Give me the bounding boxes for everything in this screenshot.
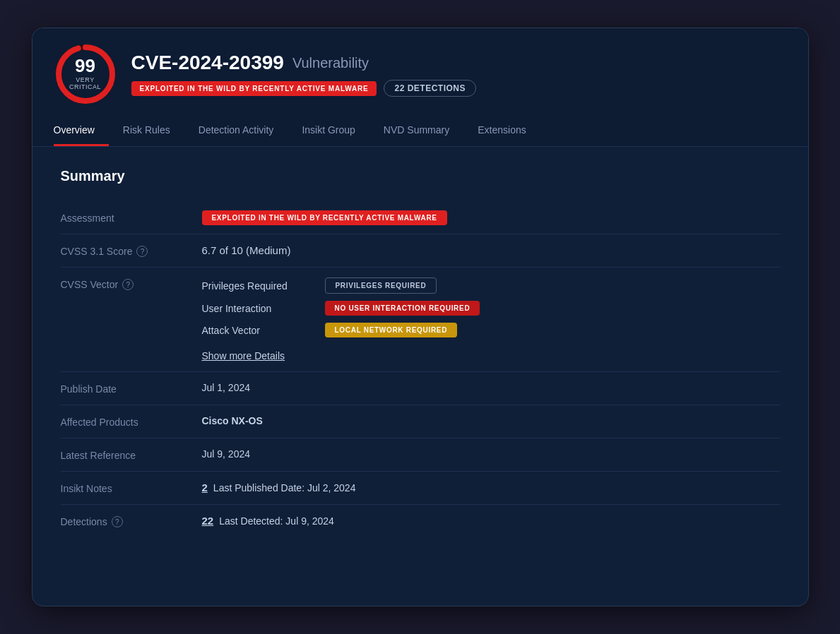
value-assessment: EXPLOITED IN THE WILD BY RECENTLY ACTIVE… — [202, 211, 780, 222]
affected-product-name: Cisco NX-OS — [202, 415, 263, 426]
vuln-label: Vulnerability — [292, 55, 369, 71]
show-more-details-link[interactable]: Show more Details — [202, 350, 780, 361]
nav-tabs: Overview Risk Rules Detection Activity I… — [54, 116, 787, 146]
badges-row: EXPLOITED IN THE WILD BY RECENTLY ACTIVE… — [131, 80, 787, 97]
cvss-label-user-interaction: User Interaction — [202, 303, 315, 314]
main-card: 99 VERY CRITICAL CVE-2024-20399 Vulnerab… — [32, 28, 809, 606]
badge-exploited: EXPLOITED IN THE WILD BY RECENTLY ACTIVE… — [131, 81, 377, 96]
cvss-score-help-icon[interactable]: ? — [136, 246, 148, 257]
detections-meta: Last Detected: Jul 9, 2024 — [219, 515, 334, 527]
label-detections: Detections ? — [61, 515, 188, 527]
value-insikt-notes: 2 Last Published Date: Jul 2, 2024 — [202, 482, 780, 494]
pill-no-user-interaction: NO USER INTERACTION REQUIRED — [325, 301, 480, 316]
tab-insikt-group[interactable]: Insikt Group — [288, 116, 369, 146]
detections-help-icon[interactable]: ? — [112, 516, 123, 527]
tab-overview[interactable]: Overview — [54, 116, 109, 146]
cvss-row-user-interaction: User Interaction NO USER INTERACTION REQ… — [202, 301, 780, 316]
label-assessment: Assessment — [61, 211, 188, 224]
value-affected-products: Cisco NX-OS — [202, 415, 780, 426]
score-ring: 99 VERY CRITICAL — [54, 42, 117, 106]
main-content: Summary Assessment EXPLOITED IN THE WILD… — [32, 147, 808, 558]
detections-value: 22 Last Detected: Jul 9, 2024 — [202, 515, 780, 527]
badge-detections: 22 DETECTIONS — [384, 80, 476, 97]
cvss-label-privileges: Privileges Required — [202, 280, 315, 292]
header-top: 99 VERY CRITICAL CVE-2024-20399 Vulnerab… — [54, 42, 787, 106]
label-latest-reference: Latest Reference — [61, 448, 188, 461]
score-text: 99 VERY CRITICAL — [69, 56, 101, 90]
cve-title-row: CVE-2024-20399 Vulnerability — [131, 52, 787, 74]
label-publish-date: Publish Date — [61, 382, 188, 395]
score-label: VERY CRITICAL — [69, 76, 101, 90]
row-assessment: Assessment EXPLOITED IN THE WILD BY RECE… — [61, 201, 780, 234]
value-detections: 22 Last Detected: Jul 9, 2024 — [202, 515, 780, 527]
header: 99 VERY CRITICAL CVE-2024-20399 Vulnerab… — [32, 28, 808, 147]
cvss-vector-help-icon[interactable]: ? — [122, 279, 134, 290]
label-cvss-score: CVSS 3.1 Score ? — [61, 244, 188, 257]
pill-privileges-required: PRIVILEGES REQUIRED — [325, 277, 437, 294]
pill-local-network: LOCAL NETWORK REQUIRED — [325, 323, 458, 337]
row-cvss-vector: CVSS Vector ? Privileges Required PRIVIL… — [61, 268, 780, 372]
row-insikt-notes: Insikt Notes 2 Last Published Date: Jul … — [61, 472, 780, 505]
detections-count[interactable]: 22 — [202, 515, 214, 527]
row-detections: Detections ? 22 Last Detected: Jul 9, 20… — [61, 505, 780, 537]
row-affected-products: Affected Products Cisco NX-OS — [61, 405, 780, 438]
label-affected-products: Affected Products — [61, 415, 188, 428]
info-table: Assessment EXPLOITED IN THE WILD BY RECE… — [61, 201, 780, 537]
cve-id: CVE-2024-20399 — [131, 52, 284, 74]
summary-title: Summary — [61, 168, 780, 184]
row-latest-reference: Latest Reference Jul 9, 2024 — [61, 438, 780, 472]
header-info: CVE-2024-20399 Vulnerability EXPLOITED I… — [131, 52, 787, 97]
value-cvss-vector: Privileges Required PRIVILEGES REQUIRED … — [202, 277, 780, 361]
value-publish-date: Jul 1, 2024 — [202, 382, 780, 393]
label-cvss-vector: CVSS Vector ? — [61, 277, 188, 290]
tab-nvd-summary[interactable]: NVD Summary — [369, 116, 463, 146]
notes-meta: Last Published Date: Jul 2, 2024 — [213, 482, 356, 494]
cvss-row-attack-vector: Attack Vector LOCAL NETWORK REQUIRED — [202, 323, 780, 337]
tab-extensions[interactable]: Extensions — [463, 116, 540, 146]
row-cvss-score: CVSS 3.1 Score ? 6.7 of 10 (Medium) — [61, 234, 780, 268]
value-cvss-score: 6.7 of 10 (Medium) — [202, 244, 780, 256]
assessment-badge: EXPLOITED IN THE WILD BY RECENTLY ACTIVE… — [202, 210, 447, 225]
notes-count[interactable]: 2 — [202, 482, 208, 494]
cvss-row-privileges: Privileges Required PRIVILEGES REQUIRED — [202, 277, 780, 294]
tab-detection-activity[interactable]: Detection Activity — [184, 116, 288, 146]
insikt-notes-value: 2 Last Published Date: Jul 2, 2024 — [202, 482, 780, 494]
cvss-label-attack-vector: Attack Vector — [202, 325, 315, 336]
row-publish-date: Publish Date Jul 1, 2024 — [61, 372, 780, 405]
score-number: 99 — [69, 56, 101, 75]
cvss-vector-block: Privileges Required PRIVILEGES REQUIRED … — [202, 277, 780, 361]
label-insikt-notes: Insikt Notes — [61, 482, 188, 494]
tab-risk-rules[interactable]: Risk Rules — [109, 116, 184, 146]
value-latest-reference: Jul 9, 2024 — [202, 448, 780, 460]
